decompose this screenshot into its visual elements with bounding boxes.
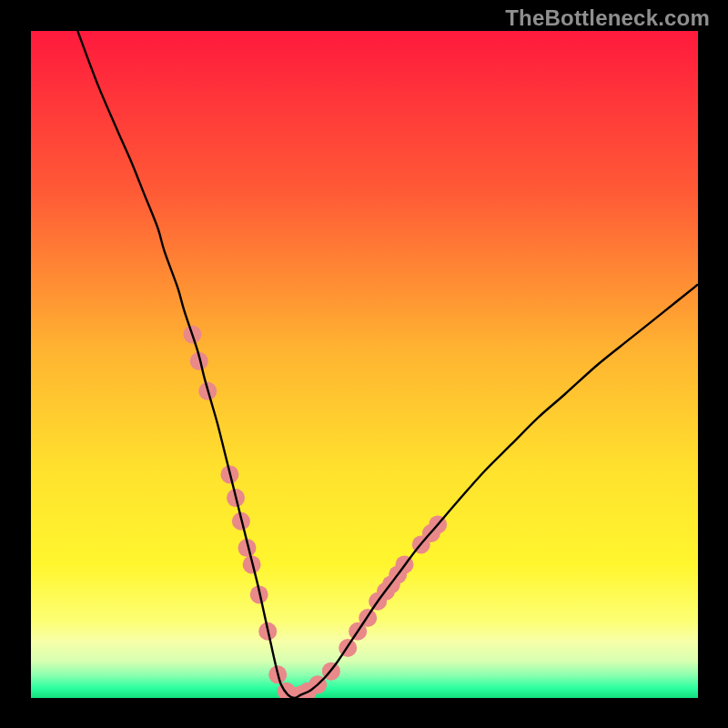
plot-area xyxy=(31,31,698,698)
outer-frame: TheBottleneck.com xyxy=(0,0,728,728)
chart-svg xyxy=(31,31,698,698)
watermark-text: TheBottleneck.com xyxy=(505,5,710,31)
